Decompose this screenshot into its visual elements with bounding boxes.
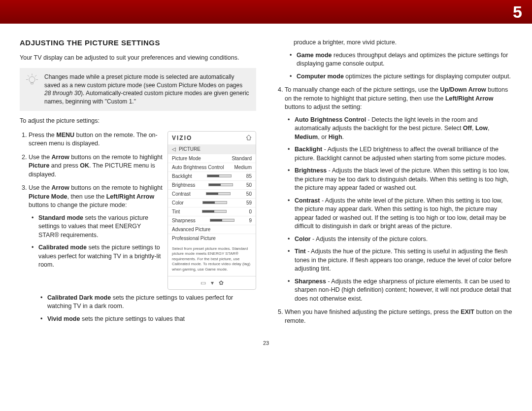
slider-icon bbox=[207, 174, 232, 177]
tip-box: Changes made while a preset picture mode… bbox=[20, 68, 256, 111]
chapter-number: 5 bbox=[513, 2, 522, 22]
slider-icon bbox=[208, 183, 233, 186]
mode-game: Game mode reduces throughput delays and … bbox=[290, 51, 512, 68]
vivid-continued: produce a brighter, more vivid picture. bbox=[276, 38, 512, 47]
page-number: 23 bbox=[0, 340, 532, 346]
row-brightness: Brightness50 bbox=[168, 180, 256, 189]
step-5: When you have finished adjusting the pic… bbox=[285, 308, 512, 325]
setting-color: Color - Adjusts the intensity of the pic… bbox=[288, 235, 512, 244]
panel-footer: ▭ ▾ ✿ bbox=[168, 276, 256, 289]
setting-backlight: Backlight - Adjusts the LED brightness t… bbox=[288, 145, 512, 163]
mode-calibrated: Calibrated mode sets the picture setting… bbox=[32, 243, 163, 270]
panel-section: ◁ PICTURE bbox=[168, 144, 256, 154]
intro-text: Your TV display can be adjusted to suit … bbox=[20, 54, 256, 62]
tip-text: Changes made while a preset picture mode… bbox=[44, 73, 250, 106]
slider-icon bbox=[206, 192, 231, 195]
back-arrow-icon: ◁ bbox=[172, 146, 176, 152]
lightbulb-icon bbox=[25, 73, 39, 88]
left-column: ADJUSTING THE PICTURE SETTINGS Your TV d… bbox=[20, 38, 256, 330]
mode-vivid: Vivid mode sets the picture settings to … bbox=[40, 315, 256, 324]
step-1: Press the MENU button on the remote. The… bbox=[29, 131, 163, 148]
svg-line-2 bbox=[28, 75, 29, 76]
row-advanced: Advanced Picture bbox=[168, 225, 256, 234]
right-column: produce a brighter, more vivid picture. … bbox=[276, 38, 512, 330]
mode-computer: Computer mode optimizes the picture sett… bbox=[290, 72, 512, 81]
setting-brightness: Brightness - Adjusts the black level of … bbox=[288, 167, 512, 193]
setting-contrast: Contrast - Adjusts the white level of th… bbox=[288, 197, 512, 231]
slider-icon bbox=[202, 210, 227, 213]
row-contrast: Contrast50 bbox=[168, 189, 256, 198]
step-2: Use the Arrow buttons on the remote to h… bbox=[29, 153, 163, 179]
osd-panel: VIZIO ◁ PICTURE Picture ModeStandard Aut… bbox=[167, 131, 256, 290]
row-abc: Auto Brightness ControlMedium bbox=[168, 163, 256, 171]
row-color: Color59 bbox=[168, 198, 256, 207]
row-tint: Tint0 bbox=[168, 207, 256, 216]
section-title: ADJUSTING THE PICTURE SETTINGS bbox=[20, 38, 256, 47]
setting-tint: Tint - Adjusts the hue of the picture. T… bbox=[288, 247, 512, 274]
panel-hint: Select from preset picture modes. Standa… bbox=[168, 242, 256, 276]
step-3: Use the Arrow buttons on the remote to h… bbox=[29, 184, 163, 270]
slider-icon bbox=[202, 201, 227, 204]
setting-sharpness: Sharpness - Adjusts the edge sharpness o… bbox=[288, 277, 512, 304]
row-backlight: Backlight85 bbox=[168, 171, 256, 180]
svg-line-3 bbox=[35, 75, 36, 76]
mode-standard: Standard mode sets the various picture s… bbox=[32, 214, 163, 240]
page-body: ADJUSTING THE PICTURE SETTINGS Your TV d… bbox=[0, 24, 532, 335]
rect-icon: ▭ bbox=[200, 279, 206, 286]
chevron-down-icon: ▾ bbox=[211, 279, 214, 286]
row-professional: Professional Picture bbox=[168, 234, 256, 242]
mode-calibrated-dark: Calibrated Dark mode sets the picture se… bbox=[40, 294, 256, 311]
slider-icon bbox=[210, 219, 234, 222]
steps-list-continued: To manually change each of the picture s… bbox=[276, 86, 512, 325]
row-sharpness: Sharpness9 bbox=[168, 216, 256, 225]
panel-brand: VIZIO bbox=[172, 135, 192, 141]
step-4: To manually change each of the picture s… bbox=[285, 86, 512, 303]
row-picture-mode: Picture ModeStandard bbox=[168, 154, 256, 163]
home-icon bbox=[246, 135, 252, 140]
setting-abc: Auto Brightness Control - Detects the li… bbox=[288, 116, 512, 142]
adjust-lead: To adjust the picture settings: bbox=[20, 117, 256, 125]
chapter-header: 5 bbox=[0, 0, 532, 24]
gear-icon: ✿ bbox=[219, 279, 224, 286]
svg-point-0 bbox=[29, 76, 35, 82]
steps-list: Press the MENU button on the remote. The… bbox=[20, 131, 163, 270]
